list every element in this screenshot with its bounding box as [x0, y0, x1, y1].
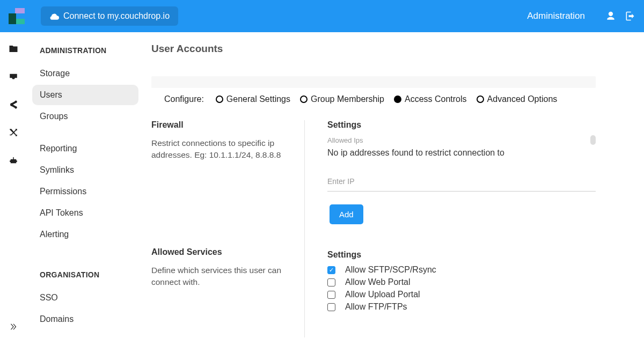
shuffle-icon[interactable]: [9, 128, 18, 137]
connect-label: Connect to my.couchdrop.io: [63, 11, 170, 21]
sidebar-item-symlinks[interactable]: Symlinks: [32, 160, 138, 180]
ip-input[interactable]: [327, 173, 596, 192]
inbox-icon[interactable]: [9, 72, 18, 82]
tab-general-settings[interactable]: General Settings: [216, 94, 290, 104]
allowed-ips-empty: No ip addresses found to restrict connec…: [327, 148, 596, 158]
user-icon[interactable]: [605, 11, 616, 21]
sidebar-item-domains[interactable]: Domains: [32, 309, 138, 329]
service-option-upload[interactable]: Allow Upload Portal: [327, 290, 596, 299]
add-ip-button[interactable]: Add: [330, 204, 363, 224]
folder-icon[interactable]: [9, 44, 18, 54]
progress-bar: [151, 76, 596, 88]
expand-icon[interactable]: [9, 322, 18, 332]
sidebar-item-alerting[interactable]: Alerting: [32, 224, 138, 245]
sidebar-item-sso[interactable]: SSO: [32, 288, 138, 308]
services-title: Allowed Services: [151, 247, 294, 257]
sidebar: ADMINISTRATION Storage Users Groups Repo…: [27, 32, 144, 338]
app-logo: [9, 8, 25, 24]
sidebar-item-users[interactable]: Users: [32, 85, 138, 105]
sidebar-item-permissions[interactable]: Permissions: [32, 181, 138, 202]
firewall-settings-title: Settings: [327, 120, 596, 130]
services-settings: Settings Allow SFTP/SCP/Rsync Allow Web …: [327, 250, 596, 312]
services-settings-title: Settings: [327, 250, 596, 260]
tab-access-controls[interactable]: Access Controls: [394, 94, 467, 104]
robot-icon[interactable]: [9, 156, 18, 165]
scroll-pill-icon: [590, 135, 596, 145]
service-option-web[interactable]: Allow Web Portal: [327, 277, 596, 287]
checkbox-icon[interactable]: [327, 266, 335, 274]
administration-link[interactable]: Administration: [527, 11, 585, 21]
sidebar-item-groups[interactable]: Groups: [32, 106, 138, 127]
checkbox-icon[interactable]: [327, 303, 335, 311]
allowed-ips-label: Allowed Ips: [327, 135, 596, 145]
firewall-desc: Restrict connections to specific ip addr…: [151, 137, 294, 161]
firewall-section: Firewall Restrict connections to specifi…: [151, 120, 294, 161]
firewall-title: Firewall: [151, 120, 294, 130]
services-section: Allowed Services Define which services t…: [151, 247, 294, 289]
sidebar-item-reporting[interactable]: Reporting: [32, 138, 138, 159]
services-desc: Define which services this user can conn…: [151, 264, 294, 289]
sidebar-item-api-tokens[interactable]: API Tokens: [32, 203, 138, 223]
connect-button[interactable]: Connect to my.couchdrop.io: [41, 6, 178, 26]
firewall-settings: Settings Allowed Ips No ip addresses fou…: [327, 120, 596, 224]
sidebar-heading-admin: ADMINISTRATION: [40, 46, 133, 55]
configure-row: Configure: General Settings Group Member…: [151, 94, 596, 104]
main-content: User Accounts Configure: General Setting…: [144, 32, 644, 338]
share-icon[interactable]: [9, 100, 18, 109]
tab-group-membership[interactable]: Group Membership: [300, 94, 384, 104]
service-option-ftp[interactable]: Allow FTP/FTPs: [327, 302, 596, 312]
service-option-sftp[interactable]: Allow SFTP/SCP/Rsync: [327, 265, 596, 275]
icon-rail: [0, 32, 27, 338]
checkbox-icon[interactable]: [327, 291, 335, 299]
sidebar-heading-org: ORGANISATION: [40, 270, 133, 279]
logout-icon[interactable]: [625, 11, 635, 21]
configure-label: Configure:: [164, 94, 204, 104]
page-title: User Accounts: [151, 43, 596, 55]
cloud-icon: [49, 12, 59, 20]
sidebar-item-storage[interactable]: Storage: [32, 63, 138, 84]
checkbox-icon[interactable]: [327, 278, 335, 286]
topbar: Connect to my.couchdrop.io Administratio…: [0, 0, 644, 32]
tab-advanced-options[interactable]: Advanced Options: [477, 94, 558, 104]
